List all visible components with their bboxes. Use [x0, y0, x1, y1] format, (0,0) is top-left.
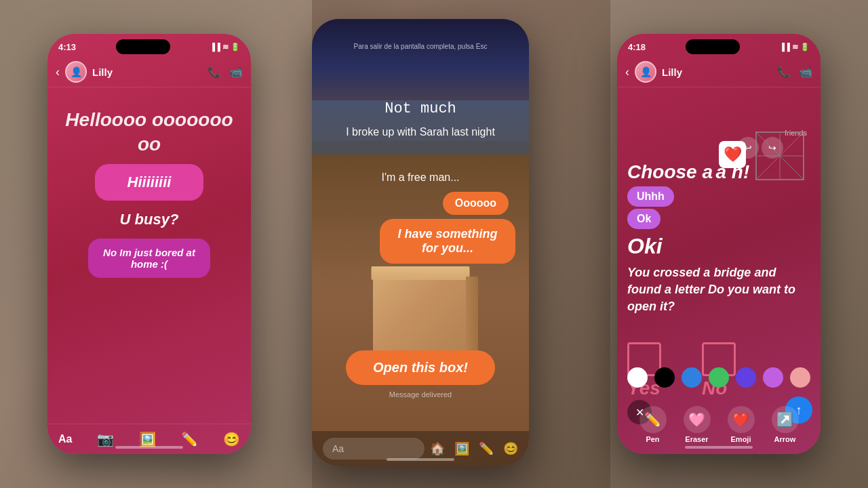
- chat-content-left: Helloooo ooooooo oo Hiiiiiiii U busy? No…: [47, 87, 251, 426]
- avatar-left: 👤: [65, 61, 87, 83]
- nav-bar-right: ‹ 👤 Lilly 📞 📹: [617, 57, 821, 87]
- box-top: [372, 266, 470, 280]
- time-left: 4:13: [58, 42, 76, 52]
- camera-icon-left[interactable]: 📷: [97, 431, 114, 447]
- color-green[interactable]: [709, 367, 729, 388]
- eraser-label: Eraser: [685, 435, 708, 443]
- back-button-left[interactable]: ‹: [56, 65, 60, 79]
- emoji-tool[interactable]: ❤️ Emoji: [728, 406, 755, 443]
- time-right: 4:18: [628, 42, 646, 52]
- uhhh-bubble: Uhhh: [627, 186, 674, 207]
- sticker-icon-left[interactable]: ✏️: [181, 431, 198, 447]
- arrow-tool[interactable]: ↗️ Arrow: [772, 406, 799, 443]
- u-busy-message: U busy?: [54, 211, 244, 228]
- right-content: 4:18 ▐▐ ≋ 🔋 ‹ 👤 Lilly 📞 📹 friends ↩ ↪: [617, 34, 821, 454]
- nav-actions-left: 📞 📹: [208, 66, 243, 79]
- status-bar-right: 4:18 ▐▐ ≋ 🔋: [617, 34, 821, 57]
- pen-tool[interactable]: ✏️ Pen: [639, 406, 667, 443]
- open-box-button[interactable]: Open this box!: [346, 350, 495, 385]
- emoji-icon-right[interactable]: ❤️: [728, 406, 755, 433]
- arrow-label: Arrow: [774, 435, 796, 443]
- video-icon-left[interactable]: 📹: [229, 66, 243, 79]
- message-input-center[interactable]: Aa: [323, 438, 425, 460]
- arrow-icon[interactable]: ↗️: [772, 406, 799, 433]
- pen-icon[interactable]: ✏️: [639, 406, 667, 433]
- i-have-bubble: I have something for you...: [380, 219, 515, 264]
- phone-left: 4:13 ▐▐ ≋ 🔋 ‹ 👤 Lilly 📞 📹 Helloooo ooooo…: [47, 34, 251, 454]
- story-text: You crossed a bridge and found a letter …: [627, 264, 810, 316]
- color-white[interactable]: [627, 367, 648, 388]
- home-indicator-right: [685, 446, 753, 449]
- center-bg: 6:37 ▐▐ ≋ 🔋 Para salir de la pantalla co…: [312, 19, 529, 466]
- emoji-icon-left[interactable]: 😊: [223, 431, 240, 447]
- call-icon-left[interactable]: 📞: [208, 66, 221, 79]
- color-black[interactable]: [654, 367, 675, 388]
- pen-label: Pen: [646, 435, 659, 443]
- bottom-bar-left: Aa 📷 🖼️ ✏️ 😊: [47, 424, 251, 454]
- reply-bubble: No Im just bored at home :(: [88, 239, 210, 278]
- eraser-tool[interactable]: 🩷 Eraser: [684, 406, 711, 443]
- nav-bar-left: ‹ 👤 Lilly 📞 📹: [47, 57, 251, 87]
- phones-wrapper: 4:13 ▐▐ ≋ 🔋 ‹ 👤 Lilly 📞 📹 Helloooo ooooo…: [0, 0, 868, 488]
- status-bar-left: 4:13 ▐▐ ≋ 🔋: [47, 34, 251, 57]
- nav-actions-right: 📞 📹: [777, 66, 812, 79]
- eraser-icon[interactable]: 🩷: [684, 406, 711, 433]
- color-purple[interactable]: [736, 367, 756, 388]
- color-light-pink[interactable]: [790, 367, 810, 388]
- color-pink[interactable]: [763, 367, 783, 388]
- free-man-message: I'm a free man...: [312, 171, 529, 184]
- phone-right: 4:18 ▐▐ ≋ 🔋 ‹ 👤 Lilly 📞 📹 friends ↩ ↪: [617, 34, 821, 454]
- avatar-right: 👤: [635, 61, 656, 83]
- bottom-icons-center: 🏠 🖼️ ✏️ 😊: [430, 441, 518, 456]
- contact-name-left: Lilly: [92, 66, 202, 78]
- home-indicator-left: [115, 446, 183, 449]
- hello-message: Helloooo ooooooo oo: [54, 108, 244, 157]
- bottom-bar-center: Aa 🏠 🖼️ ✏️ 😊: [312, 431, 529, 466]
- broke-up-message: I broke up with Sarah last night: [312, 124, 529, 140]
- status-icons-left: ▐▐ ≋ 🔋: [210, 43, 240, 52]
- emoji-label: Emoji: [731, 435, 751, 443]
- phone-center: 6:37 ▐▐ ≋ 🔋 Para salir de la pantalla co…: [312, 19, 529, 466]
- delivered-text: Message delivered: [312, 390, 529, 399]
- call-icon-right[interactable]: 📞: [777, 66, 791, 79]
- choose-heading: Choose a a h!: [627, 161, 753, 183]
- hint-text-center: Para salir de la pantalla completa, puls…: [312, 43, 529, 50]
- video-icon-right[interactable]: 📹: [799, 66, 812, 79]
- photo-icon-center[interactable]: 🖼️: [454, 441, 469, 456]
- contact-name-right: Lilly: [662, 66, 772, 78]
- photo-icon-left[interactable]: 🖼️: [139, 431, 156, 447]
- emoji-icon-center[interactable]: 😊: [503, 441, 518, 456]
- aa-label-left[interactable]: Aa: [58, 433, 72, 445]
- status-icons-right: ▐▐ ≋ 🔋: [779, 43, 810, 52]
- edit-icon-center[interactable]: ✏️: [479, 441, 494, 456]
- oooooo-bubble: Oooooo: [443, 192, 509, 215]
- dynamic-island-right: [686, 39, 740, 54]
- color-palette: [617, 362, 821, 393]
- hiiiiii-bubble: Hiiiiiiii: [95, 164, 203, 201]
- home-icon-center[interactable]: 🏠: [430, 441, 445, 456]
- ok-bubble: Ok: [627, 209, 660, 229]
- oki-text: Oki: [627, 234, 663, 259]
- back-button-right[interactable]: ‹: [625, 65, 629, 79]
- dynamic-island-left: [116, 39, 170, 54]
- not-much-message: Not much: [312, 100, 529, 117]
- tools-row: ✏️ Pen 🩷 Eraser ❤️ Emoji ↗️ Arrow: [617, 402, 821, 447]
- color-blue[interactable]: [682, 367, 702, 388]
- cage-sticker: [753, 129, 807, 183]
- home-indicator-center: [387, 458, 454, 461]
